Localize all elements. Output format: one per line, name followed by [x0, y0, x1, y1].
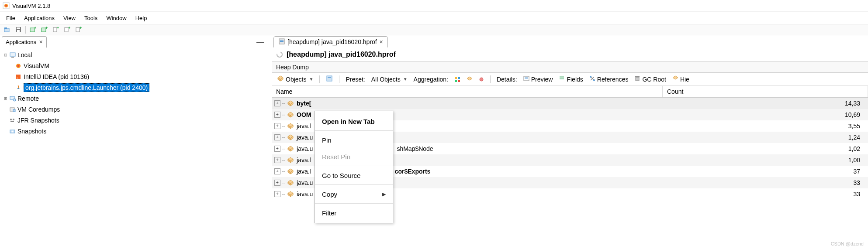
svg-rect-7	[17, 30, 20, 32]
expand-icon[interactable]: +	[274, 191, 280, 197]
tree-coredumps[interactable]: VM Coredumps	[1, 104, 267, 115]
tab-heapdump[interactable]: [heapdump] java_pid16020.hprof ✕	[273, 36, 388, 48]
aggregation-label: Aggregation:	[412, 75, 450, 84]
add-dump-icon[interactable]: +	[50, 25, 61, 34]
svg-point-21	[17, 65, 20, 67]
tree-launcher[interactable]: org.jetbrains.jps.cmdline.Launcher (pid …	[1, 82, 267, 93]
cm-copy[interactable]: Copy ▶	[315, 186, 393, 202]
add-app-icon[interactable]: +	[28, 25, 38, 34]
table-row[interactable]: +···byte[14,33	[272, 98, 868, 109]
open-icon[interactable]	[2, 25, 12, 34]
menu-window[interactable]: Window	[103, 14, 130, 23]
class-box-icon	[287, 179, 294, 186]
svg-point-53	[590, 76, 591, 78]
close-icon[interactable]: ✕	[379, 39, 383, 45]
menu-tools[interactable]: Tools	[81, 14, 101, 23]
svg-rect-55	[636, 77, 639, 81]
expand-icon[interactable]: +	[274, 123, 280, 129]
hierarchy-icon	[672, 75, 678, 83]
tree-snapshots[interactable]: Snapshots	[1, 126, 267, 136]
close-icon[interactable]: ✕	[39, 39, 43, 45]
expand-icon[interactable]: +	[274, 112, 280, 118]
expand-icon[interactable]: +	[274, 157, 280, 163]
cm-pin[interactable]: Pin	[315, 132, 393, 148]
svg-point-2	[5, 5, 7, 7]
watermark: CSDN @dzend	[831, 241, 864, 246]
preview-button[interactable]: Preview	[522, 75, 555, 84]
class-box-icon	[287, 111, 294, 118]
expand-icon[interactable]: +	[274, 180, 280, 186]
svg-rect-30	[10, 121, 14, 122]
svg-point-54	[593, 79, 595, 81]
add-snapshot-icon[interactable]: +	[62, 25, 72, 34]
tree-visualvm[interactable]: VisualVM	[1, 60, 267, 71]
collapse-icon[interactable]: ⊟	[3, 52, 9, 58]
applications-tree[interactable]: ⊟ Local VisualVM IntelliJ IDEA (pid 1013…	[0, 48, 268, 249]
expand-icon[interactable]: +	[274, 134, 280, 140]
section-heap-dump: Heap Dump	[272, 61, 868, 73]
expand-icon[interactable]: +	[274, 146, 280, 152]
hierarchy-button[interactable]: Hie	[671, 75, 691, 84]
loading-spinner-icon	[276, 51, 283, 58]
menu-help[interactable]: Help	[132, 14, 151, 23]
svg-point-32	[12, 130, 14, 132]
column-count[interactable]: Count	[663, 86, 868, 97]
expand-icon[interactable]: +	[274, 168, 280, 174]
tree-jfr[interactable]: JFR Snapshots	[1, 115, 267, 126]
expand-icon[interactable]: +	[274, 100, 280, 106]
add-jmx-icon[interactable]: +	[39, 25, 49, 34]
cm-go-to-source[interactable]: Go to Source	[315, 167, 393, 184]
objects-dropdown[interactable]: Objects▼	[275, 74, 315, 84]
separator	[315, 203, 393, 204]
class-box-icon	[287, 123, 294, 130]
cm-filter[interactable]: Filter	[315, 205, 393, 221]
count-value: 33	[663, 191, 868, 198]
separator	[319, 75, 320, 83]
tree-local[interactable]: ⊟ Local	[1, 49, 267, 60]
menu-applications[interactable]: Applications	[21, 14, 58, 23]
svg-rect-56	[635, 76, 640, 77]
separator	[315, 130, 393, 131]
minimize-icon[interactable]: —	[256, 38, 264, 47]
svg-rect-23	[17, 78, 18, 78]
app-title: VisualVM 2.1.8	[12, 3, 50, 9]
class-name: java.u	[297, 179, 313, 186]
menu-view[interactable]: View	[60, 14, 79, 23]
svg-rect-51	[560, 76, 564, 78]
column-name[interactable]: Name	[272, 86, 663, 97]
aggregation-box-button[interactable]	[465, 75, 474, 83]
document-header: [heapdump] java_pid16020.hprof	[272, 48, 868, 61]
gc-root-button[interactable]: GC Root	[633, 75, 667, 84]
add-plus-icon[interactable]: +	[73, 25, 83, 34]
svg-rect-18	[10, 53, 15, 56]
references-button[interactable]: References	[588, 75, 630, 84]
tab-applications[interactable]: Applications ✕	[2, 36, 47, 48]
context-menu: Open in New Tab Pin Reset Pin Go to Sour…	[315, 111, 393, 223]
svg-rect-34	[280, 40, 284, 41]
class-name: java.u	[297, 134, 313, 141]
fields-button[interactable]: Fields	[557, 75, 584, 84]
separator	[25, 26, 26, 34]
tree-intellij[interactable]: IntelliJ IDEA (pid 10136)	[1, 71, 267, 82]
svg-rect-27	[13, 109, 15, 112]
class-icon	[326, 75, 333, 83]
aggregation-grid-button[interactable]	[453, 75, 462, 83]
remote-icon	[9, 95, 17, 102]
svg-point-25	[13, 99, 16, 101]
svg-rect-43	[458, 77, 460, 79]
menu-file[interactable]: File	[3, 14, 19, 23]
count-value: 37	[663, 168, 868, 175]
cm-open-new-tab[interactable]: Open in New Tab	[315, 113, 393, 130]
preset-dropdown[interactable]: All Objects▼	[370, 75, 409, 84]
tree-remote[interactable]: ⊞ Remote	[1, 93, 267, 104]
preset-label: Preset:	[344, 75, 367, 84]
expand-icon[interactable]: ⊞	[3, 96, 9, 102]
class-view-button[interactable]	[324, 74, 335, 84]
count-value: 33	[663, 179, 868, 186]
class-name: java.l	[297, 123, 311, 130]
computer-icon	[9, 51, 17, 58]
svg-text:+: +	[34, 26, 36, 30]
save-icon[interactable]	[13, 25, 24, 34]
aggregation-dot-button[interactable]	[477, 76, 486, 83]
svg-rect-35	[280, 41, 284, 42]
